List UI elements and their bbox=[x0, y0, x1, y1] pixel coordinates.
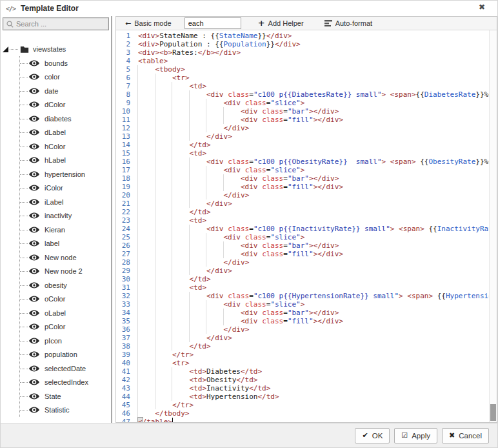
basic-mode-button[interactable]: ← Basic mode bbox=[121, 19, 175, 28]
ok-button[interactable]: ✔ OK bbox=[355, 428, 390, 443]
code-line[interactable]: 40 <tr> bbox=[116, 359, 497, 367]
tree-item[interactable]: date bbox=[20, 84, 111, 98]
code-line[interactable]: 13 </div> bbox=[116, 132, 497, 141]
eye-icon[interactable] bbox=[29, 379, 39, 385]
code-line[interactable]: 34 <div class="bar"></div> bbox=[116, 309, 497, 317]
code-line[interactable]: 37 </div> bbox=[116, 334, 497, 342]
code-line[interactable]: 30 </td> bbox=[116, 275, 497, 283]
code-line[interactable]: 39 </tr> bbox=[116, 351, 497, 359]
code-line[interactable]: 28 </div> bbox=[116, 258, 497, 267]
eye-icon[interactable] bbox=[29, 171, 39, 178]
code-line[interactable]: 18 <div class="bar"></div> bbox=[116, 174, 497, 183]
eye-icon[interactable] bbox=[29, 268, 39, 274]
code-line[interactable]: 17 <div class="slice"> bbox=[116, 166, 497, 174]
add-helper-button[interactable]: + Add Helper bbox=[254, 19, 308, 27]
eye-icon[interactable] bbox=[29, 143, 39, 150]
code-line[interactable]: 23 <td> bbox=[116, 216, 497, 225]
tree-item[interactable]: dLabel bbox=[20, 126, 111, 140]
eye-icon[interactable] bbox=[29, 199, 39, 205]
tree-item[interactable]: label bbox=[20, 237, 111, 251]
eye-icon[interactable] bbox=[29, 129, 39, 136]
tree-item[interactable]: hColor bbox=[20, 139, 111, 154]
eye-icon[interactable] bbox=[29, 227, 39, 233]
tree-item[interactable]: State bbox=[20, 389, 111, 403]
tree-item[interactable]: New node bbox=[20, 250, 111, 265]
scrollbar-track[interactable] bbox=[489, 30, 497, 422]
tree-item[interactable]: Kieran bbox=[20, 223, 111, 237]
tree-root[interactable]: viewstates bbox=[1, 42, 111, 56]
eye-icon[interactable] bbox=[29, 240, 39, 247]
code-line[interactable]: 44 <td>Hypertension</td> bbox=[116, 392, 497, 401]
code-line[interactable]: 47</table> bbox=[116, 418, 497, 422]
tree-item[interactable]: iColor bbox=[20, 181, 111, 196]
splitter[interactable] bbox=[111, 16, 112, 423]
code-line[interactable]: 20 </div> bbox=[116, 191, 497, 199]
tree-item[interactable]: pIcon bbox=[20, 334, 111, 348]
code-line[interactable]: 9 <div class="slice"> bbox=[116, 99, 497, 107]
code-line[interactable]: 35 <div class="fill"></div> bbox=[116, 317, 497, 325]
tree-item[interactable]: obesity bbox=[20, 278, 111, 292]
code-line[interactable]: 1<div>StateName : {{StateName}}</div> bbox=[116, 32, 497, 40]
eye-icon[interactable] bbox=[29, 254, 39, 261]
code-line[interactable]: 22 </td> bbox=[116, 208, 497, 216]
code-line[interactable]: 19 <div class="fill"></div> bbox=[116, 183, 497, 191]
tree-item[interactable]: color bbox=[20, 70, 111, 85]
eye-icon[interactable] bbox=[29, 157, 39, 163]
eye-icon[interactable] bbox=[29, 101, 39, 108]
code-line[interactable]: 6 <tr> bbox=[116, 74, 497, 82]
code-line[interactable]: 21 </div> bbox=[116, 199, 497, 208]
tree-item[interactable]: New node 2 bbox=[20, 265, 111, 279]
code-line[interactable]: 29 </div> bbox=[116, 267, 497, 275]
tree-item[interactable]: inactivity bbox=[20, 209, 111, 223]
eye-icon[interactable] bbox=[29, 351, 39, 358]
code-line[interactable]: 15 <td> bbox=[116, 149, 497, 158]
code-line[interactable]: 8 <div class="c100 p{{DiabetesRate}} sma… bbox=[116, 90, 497, 99]
code-line[interactable]: 16 <div class="c100 p{{ObesityRate}} sma… bbox=[116, 158, 497, 166]
tree-item[interactable]: oColor bbox=[20, 292, 111, 307]
tree-item[interactable]: selectedIndex bbox=[20, 376, 111, 390]
code-line[interactable]: 38 </td> bbox=[116, 342, 497, 351]
apply-button[interactable]: ☑ Apply bbox=[394, 428, 437, 443]
scrollbar-thumb[interactable] bbox=[490, 404, 496, 421]
eye-icon[interactable] bbox=[29, 212, 39, 219]
tree-item[interactable]: hLabel bbox=[20, 154, 111, 168]
eye-icon[interactable] bbox=[29, 116, 39, 122]
code-line[interactable]: 33 <div class="slice"> bbox=[116, 300, 497, 309]
code-line[interactable]: 14 </td> bbox=[116, 141, 497, 149]
tree-item[interactable]: population bbox=[20, 348, 111, 362]
expander-icon[interactable] bbox=[3, 46, 8, 52]
code-line[interactable]: 32 <div class="c100 p{{HypertensionRate}… bbox=[116, 292, 497, 300]
tree-item[interactable]: hypertension bbox=[20, 167, 111, 181]
code-line[interactable]: 31 <td> bbox=[116, 283, 497, 292]
eye-icon[interactable] bbox=[29, 88, 39, 94]
code-line[interactable]: 7 <td> bbox=[116, 82, 497, 90]
code-line[interactable]: 2<div>Population : {{Population}}</div> bbox=[116, 40, 497, 48]
search-input[interactable] bbox=[14, 20, 108, 28]
eye-icon[interactable] bbox=[29, 185, 39, 191]
code-line[interactable]: 3<div><b>Rates:</b></div> bbox=[116, 48, 497, 57]
code-line[interactable]: 12 </div> bbox=[116, 124, 497, 132]
tree-item[interactable]: bounds bbox=[20, 56, 111, 70]
tree-item[interactable]: pColor bbox=[20, 320, 111, 334]
tree-item[interactable]: Statistic bbox=[20, 403, 111, 418]
tree-item[interactable]: dColor bbox=[20, 98, 111, 112]
code-line[interactable]: 46 </tbody> bbox=[116, 409, 497, 418]
eye-icon[interactable] bbox=[29, 60, 39, 66]
eye-icon[interactable] bbox=[29, 74, 39, 80]
eye-icon[interactable] bbox=[29, 393, 39, 400]
code-line[interactable]: 4<table> bbox=[116, 57, 497, 65]
eye-icon[interactable] bbox=[29, 310, 39, 316]
eye-icon[interactable] bbox=[29, 365, 39, 372]
code-line[interactable]: 41 <td>Diabetes</td> bbox=[116, 367, 497, 376]
code-line[interactable]: 42 <td>Obesity</td> bbox=[116, 376, 497, 384]
code-line[interactable]: 43 <td>Inactivity</td> bbox=[116, 384, 497, 392]
eye-icon[interactable] bbox=[29, 338, 39, 344]
tree-item[interactable]: oLabel bbox=[20, 306, 111, 320]
tree-item[interactable]: diabetes bbox=[20, 112, 111, 126]
eye-icon[interactable] bbox=[29, 323, 39, 330]
close-icon[interactable]: ✖ bbox=[479, 3, 485, 11]
cancel-button[interactable]: ✖ Cancel bbox=[442, 428, 489, 443]
tree-item[interactable]: selectedDate bbox=[20, 361, 111, 376]
eye-icon[interactable] bbox=[29, 407, 39, 413]
code-line[interactable]: 45 </tr> bbox=[116, 401, 497, 409]
